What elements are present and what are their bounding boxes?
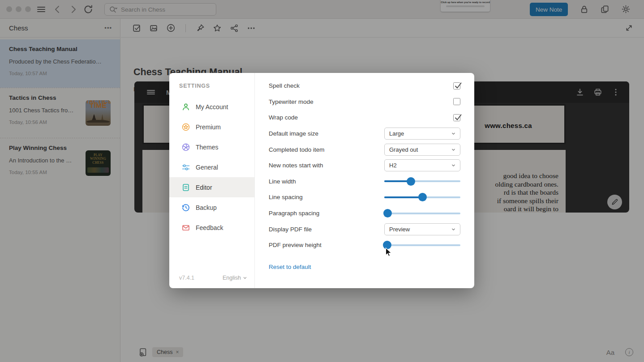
app-version: v7.4.1 bbox=[179, 275, 194, 281]
setting-label: Display PDF file bbox=[269, 226, 384, 233]
new-notes-start-select[interactable]: H2 bbox=[384, 159, 460, 171]
chevron-down-icon bbox=[451, 147, 456, 152]
chevron-down-icon bbox=[451, 163, 456, 168]
language-value: English bbox=[223, 275, 241, 281]
select-value: H2 bbox=[389, 162, 451, 169]
pdf-preview-height-slider[interactable] bbox=[384, 241, 460, 250]
editor-icon bbox=[182, 183, 190, 192]
chevron-down-icon bbox=[243, 276, 247, 280]
setting-label: PDF preview height bbox=[269, 242, 384, 248]
completed-todo-select[interactable]: Grayed out bbox=[384, 144, 460, 156]
spell-check-checkbox[interactable] bbox=[453, 82, 460, 89]
settings-nav-label: Backup bbox=[196, 204, 217, 211]
line-width-slider[interactable] bbox=[384, 177, 460, 186]
settings-nav-label: Premium bbox=[196, 124, 221, 131]
setting-label: Wrap code bbox=[269, 114, 384, 121]
settings-header: SETTINGS bbox=[169, 83, 254, 89]
setting-label: Spell check bbox=[269, 82, 384, 89]
setting-label: Typewriter mode bbox=[269, 98, 384, 105]
themes-icon bbox=[182, 143, 190, 151]
feedback-icon bbox=[182, 224, 190, 232]
select-value: Preview bbox=[389, 226, 451, 233]
line-spacing-slider[interactable] bbox=[384, 193, 460, 202]
app-window: Click up here when you're ready to recor… bbox=[0, 0, 644, 362]
backup-icon bbox=[182, 204, 190, 212]
slider-handle[interactable] bbox=[418, 193, 427, 201]
setting-label: Line spacing bbox=[269, 194, 384, 200]
setting-label: New notes start with bbox=[269, 162, 384, 169]
chevron-down-icon bbox=[451, 227, 456, 232]
general-icon bbox=[182, 163, 190, 171]
settings-nav-label: Editor bbox=[196, 184, 212, 191]
settings-nav-themes[interactable]: Themes bbox=[169, 137, 254, 157]
language-selector[interactable]: English bbox=[223, 275, 247, 281]
settings-nav-feedback[interactable]: Feedback bbox=[169, 217, 254, 238]
slider-handle[interactable] bbox=[383, 209, 392, 217]
settings-dialog: SETTINGS My Account Premium Themes Gener… bbox=[169, 73, 474, 288]
settings-nav-editor[interactable]: Editor bbox=[169, 177, 254, 197]
typewriter-mode-checkbox[interactable] bbox=[453, 98, 460, 105]
select-value: Large bbox=[389, 130, 451, 137]
wrap-code-checkbox[interactable] bbox=[453, 114, 460, 121]
setting-label: Line width bbox=[269, 178, 384, 185]
settings-nav: SETTINGS My Account Premium Themes Gener… bbox=[169, 73, 255, 288]
setting-label: Paragraph spacing bbox=[269, 210, 384, 217]
settings-nav-my-account[interactable]: My Account bbox=[169, 97, 254, 117]
mouse-cursor bbox=[385, 247, 392, 257]
settings-nav-premium[interactable]: Premium bbox=[169, 117, 254, 137]
slider-handle[interactable] bbox=[407, 177, 415, 186]
setting-label: Completed todo item bbox=[269, 146, 384, 153]
settings-nav-label: General bbox=[196, 164, 218, 171]
reset-to-default-link[interactable]: Reset to default bbox=[269, 264, 311, 270]
account-icon bbox=[182, 103, 190, 111]
settings-nav-backup[interactable]: Backup bbox=[169, 197, 254, 217]
display-pdf-select[interactable]: Preview bbox=[384, 223, 460, 235]
settings-nav-general[interactable]: General bbox=[169, 157, 254, 177]
premium-icon bbox=[182, 123, 190, 131]
settings-panel: Spell check Typewriter mode Wrap code De… bbox=[255, 73, 474, 288]
setting-label: Default image size bbox=[269, 130, 384, 137]
settings-nav-label: My Account bbox=[196, 103, 228, 111]
default-image-size-select[interactable]: Large bbox=[384, 128, 460, 140]
chevron-down-icon bbox=[451, 131, 456, 136]
settings-nav-label: Themes bbox=[196, 144, 219, 151]
settings-nav-label: Feedback bbox=[196, 224, 223, 231]
select-value: Grayed out bbox=[389, 146, 451, 153]
paragraph-spacing-slider[interactable] bbox=[384, 209, 460, 218]
